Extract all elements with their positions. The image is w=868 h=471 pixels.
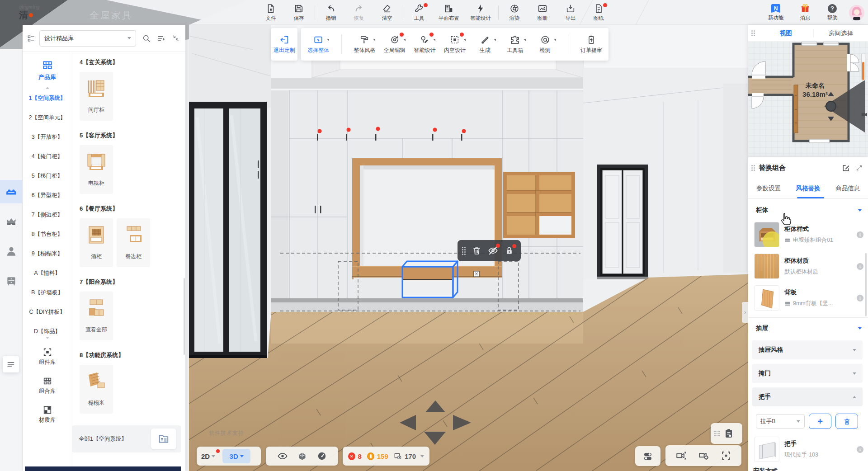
style-row-cabinet-material[interactable]: 柜体材质 默认柜体材质 i (748, 250, 868, 282)
walk-right-arrow[interactable] (453, 415, 471, 430)
drawer-section-header[interactable]: 抽屉 (748, 320, 868, 337)
sidebar-item-material-library[interactable]: 材质库 (39, 405, 56, 424)
tab-room-select[interactable]: 房间选择 (829, 30, 853, 37)
list-icon[interactable] (27, 34, 36, 43)
library-footer-bar[interactable]: 全部1【空间系统】 (72, 425, 181, 452)
cube-view-button[interactable] (297, 452, 307, 461)
focus-center-button[interactable] (721, 450, 731, 461)
album-button[interactable]: 图册 (528, 0, 557, 25)
filter-icon[interactable] (157, 34, 166, 43)
panel-scrollbar[interactable] (184, 278, 185, 355)
category-item-decor[interactable]: D【饰品】 (30, 328, 64, 334)
door-bar[interactable]: 掩门 (752, 364, 863, 383)
dock-menu-button[interactable] (3, 356, 19, 372)
library-select[interactable]: 设计精品库 (39, 30, 136, 47)
redo-button[interactable]: 恢复 (345, 0, 373, 25)
drawings-button[interactable]: 图纸 (585, 0, 613, 25)
library-item-wine-cabinet[interactable]: 酒柜 (80, 218, 113, 267)
file-button[interactable]: 文件 (257, 0, 285, 25)
walk-down-arrow[interactable] (424, 432, 446, 445)
delete-handle-button[interactable] (835, 414, 858, 429)
hide-selection-button[interactable] (488, 245, 498, 256)
help-button[interactable]: ?帮助 (822, 0, 843, 25)
smart-design-button[interactable]: 智能设计 (465, 0, 496, 25)
dock-furniture-button[interactable] (0, 180, 23, 203)
select-whole-button[interactable]: 选择整体 (307, 28, 330, 61)
global-edit-button[interactable]: 全局编辑 (383, 28, 406, 61)
overall-style-button[interactable]: 整体风格 (353, 28, 376, 61)
sidebar-item-component-library[interactable]: 组件库 (39, 347, 56, 366)
style-row-cabinet-style[interactable]: 柜体样式 电视矮柜组合01 i (748, 219, 868, 250)
dock-furnishing-button[interactable] (0, 269, 23, 293)
category-item-wall-panel[interactable]: B【护墙板】 (28, 289, 67, 297)
undo-button[interactable]: 撤销 (317, 0, 345, 25)
walk-left-arrow[interactable] (400, 415, 416, 430)
expand-icon[interactable] (856, 165, 863, 171)
exit-custom-button[interactable]: 退出定制 (273, 28, 296, 61)
info-icon[interactable]: i (857, 231, 863, 238)
info-icon[interactable]: i (857, 295, 863, 301)
tab-style-replace[interactable]: 风格替换 (796, 184, 821, 193)
selected-cabinet[interactable] (402, 261, 458, 297)
floorplan-minimap[interactable]: 未命名 36.18m² (748, 42, 868, 156)
edit-icon[interactable] (842, 164, 850, 172)
category-item-sliding-cabinet[interactable]: 5【移门柜】 (28, 172, 66, 180)
room-door[interactable] (597, 165, 648, 279)
add-handle-button[interactable]: + (809, 414, 831, 429)
order-submit-button[interactable]: 订单提审 (580, 28, 603, 61)
detect-button[interactable]: 检测 (533, 28, 557, 61)
smart-design-2-button[interactable]: 智能设计 (413, 28, 436, 61)
category-item-open-cabinet[interactable]: 3【开放柜】 (28, 133, 66, 141)
camera-settings-button[interactable] (698, 450, 710, 462)
cabinet-section-header[interactable]: 柜体 (748, 202, 868, 219)
mode-2d-button[interactable]: 2D (201, 452, 215, 460)
tab-parameters[interactable]: 参数设置 (756, 184, 781, 193)
sidebar-item-product-library[interactable]: 产品库 (38, 52, 56, 87)
drag-handle[interactable] (751, 165, 755, 171)
category-item-diy-board[interactable]: C【DIY拼板】 (26, 308, 69, 316)
sidebar-item-combo-library[interactable]: 组合库 (39, 376, 56, 395)
category-item-space-unit[interactable]: 2【空间单元】 (25, 114, 70, 122)
category-item-desk-cabinet[interactable]: 8【书台柜】 (28, 231, 66, 238)
category-item-shaped-cabinet[interactable]: 6【异型柜】 (28, 192, 66, 199)
save-button[interactable]: 保存 (285, 0, 313, 25)
visibility-button[interactable] (277, 451, 288, 462)
search-icon[interactable] (142, 34, 151, 43)
toolbox-button[interactable]: 工具箱 (503, 28, 527, 61)
category-item-tatami[interactable]: 9【榻榻米】 (28, 250, 66, 258)
dock-vip-button[interactable] (0, 210, 23, 233)
generate-button[interactable]: 生成 (473, 28, 497, 61)
render-style-toggle-button[interactable] (635, 446, 660, 466)
drag-handle[interactable] (462, 247, 466, 255)
user-avatar[interactable] (849, 5, 864, 20)
category-item-side-cabinet[interactable]: 7【侧边柜】 (28, 211, 66, 219)
inner-space-button[interactable]: 内空设计 (443, 28, 467, 61)
render-button[interactable]: 渲染 (500, 0, 528, 25)
collapse-right-panel-tab[interactable]: › (742, 302, 748, 323)
floorplan-button[interactable]: 平面布置 (433, 0, 465, 25)
clipboard-button[interactable] (711, 423, 742, 444)
library-item-hallway-cabinet[interactable]: 间厅柜 (80, 72, 113, 121)
category-item-space-system[interactable]: 1【空间系统】 (25, 94, 70, 102)
library-item-tatami[interactable]: 榻榻米 (80, 365, 113, 414)
category-item-accessories[interactable]: A【辅料】 (30, 269, 64, 277)
scroll-down-icon[interactable] (46, 337, 49, 339)
handle-type-select[interactable]: 拉手B (756, 414, 805, 429)
camera-view-icon[interactable] (860, 111, 868, 118)
library-item-view-all[interactable]: 查看全部 (80, 292, 113, 340)
library-item-sideboard[interactable]: 餐边柜 (117, 218, 150, 267)
lock-selection-button[interactable] (505, 246, 514, 255)
drag-handle[interactable] (751, 30, 755, 36)
tab-view[interactable]: 视图 (780, 30, 792, 37)
glass-door[interactable] (189, 102, 267, 359)
drawer-style-bar[interactable]: 抽屉风格 (752, 340, 863, 359)
dock-account-button[interactable] (0, 240, 23, 263)
browse-folder-button[interactable] (151, 429, 176, 449)
library-item-tv-cabinet[interactable]: 电视柜 (80, 145, 113, 194)
status-badges-pill[interactable]: ✕ 8 159 170 (343, 447, 429, 466)
minimap-zoom-slider[interactable] (861, 53, 865, 81)
walk-up-arrow[interactable] (425, 400, 445, 412)
collapse-panel-icon[interactable] (172, 34, 179, 42)
style-row-back-panel[interactable]: 背板 9mm背板【竖... i (748, 282, 868, 314)
camera-frame-button[interactable] (675, 450, 687, 462)
